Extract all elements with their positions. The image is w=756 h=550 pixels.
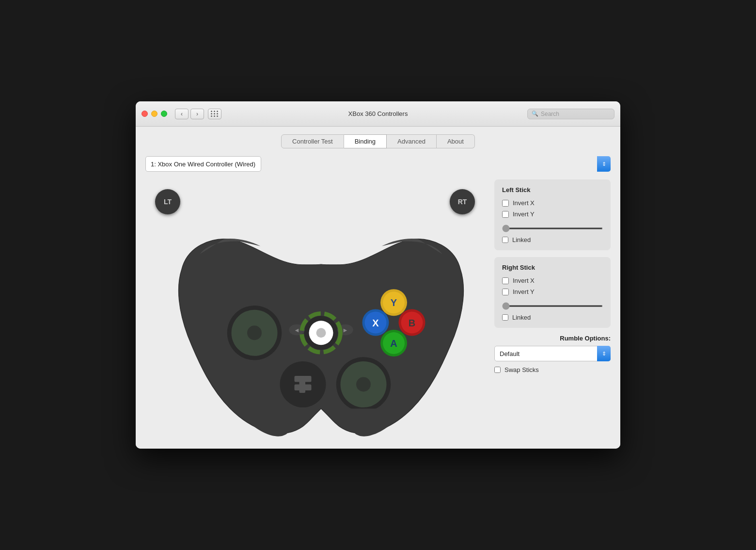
- left-stick-slider-row: [502, 223, 603, 231]
- svg-text:A: A: [390, 338, 397, 349]
- svg-text:X: X: [372, 318, 379, 328]
- tabs-row: Controller Test Binding Advanced About: [145, 134, 611, 148]
- rumble-section: Rumble Options: Default Low High Off ⇕ S…: [494, 335, 611, 373]
- lt-button[interactable]: LT: [155, 189, 180, 214]
- left-stick-section: Left Stick Invert X Invert Y Linked: [494, 179, 611, 250]
- content-area: Controller Test Binding Advanced About 1…: [136, 127, 620, 449]
- svg-text:◄: ◄: [294, 327, 299, 334]
- left-stick-title: Left Stick: [502, 186, 603, 194]
- right-stick-linked-row: Linked: [502, 314, 603, 321]
- controller-select-row: 1: Xbox One Wired Controller (Wired) ⇕: [145, 156, 611, 172]
- right-stick-linked-label: Linked: [512, 314, 531, 321]
- controller-select-wrapper: 1: Xbox One Wired Controller (Wired) ⇕: [145, 156, 611, 172]
- svg-text:Y: Y: [391, 297, 397, 308]
- rt-button[interactable]: RT: [450, 189, 475, 214]
- tab-about[interactable]: About: [437, 134, 475, 148]
- minimize-button[interactable]: [151, 111, 158, 117]
- window-title: XBox 360 Controllers: [348, 110, 408, 117]
- controller-visual: LT RT: [145, 179, 485, 439]
- rumble-select-wrapper: Default Low High Off ⇕: [494, 346, 611, 361]
- controller-select-arrow: ⇕: [597, 156, 611, 172]
- tab-controller-test[interactable]: Controller Test: [281, 134, 344, 148]
- svg-text:B: B: [409, 318, 415, 328]
- left-stick-invert-x-row: Invert X: [502, 199, 603, 207]
- rumble-label: Rumble Options:: [494, 335, 611, 342]
- main-area: LT RT: [145, 179, 611, 439]
- rt-label: RT: [458, 198, 467, 206]
- left-stick-slider[interactable]: [502, 227, 603, 229]
- search-icon: 🔍: [532, 111, 538, 117]
- controller-svg: ◄ ► Y X: [145, 184, 485, 439]
- svg-point-5: [356, 377, 371, 392]
- back-icon: ‹: [181, 111, 183, 117]
- right-stick-invert-x-row: Invert X: [502, 277, 603, 284]
- titlebar: ‹ › XBox 360 Controllers 🔍: [136, 101, 620, 127]
- back-button[interactable]: ‹: [175, 109, 189, 119]
- right-stick-slider[interactable]: [502, 305, 603, 307]
- right-stick-invert-y-label: Invert Y: [513, 288, 535, 295]
- nav-buttons: ‹ ›: [175, 109, 221, 119]
- right-stick-invert-y-row: Invert Y: [502, 288, 603, 295]
- right-stick-linked-checkbox[interactable]: [502, 314, 508, 321]
- svg-point-12: [316, 328, 326, 338]
- forward-button[interactable]: ›: [190, 109, 204, 119]
- grid-icon: [211, 111, 219, 117]
- svg-text:►: ►: [342, 327, 348, 334]
- controller-select[interactable]: 1: Xbox One Wired Controller (Wired): [145, 156, 261, 172]
- maximize-button[interactable]: [161, 111, 167, 117]
- right-stick-slider-row: [502, 300, 603, 309]
- tab-advanced[interactable]: Advanced: [387, 134, 437, 148]
- lt-label: LT: [164, 198, 172, 206]
- left-stick-linked-label: Linked: [512, 236, 531, 243]
- swap-sticks-row: Swap Sticks: [494, 366, 611, 373]
- left-stick-invert-x-checkbox[interactable]: [502, 200, 509, 207]
- right-stick-invert-x-checkbox[interactable]: [502, 277, 509, 284]
- swap-sticks-checkbox[interactable]: [494, 367, 501, 373]
- traffic-lights: [142, 111, 167, 117]
- tab-binding[interactable]: Binding: [344, 134, 387, 148]
- left-stick-invert-x-label: Invert X: [513, 199, 535, 207]
- left-stick-invert-y-row: Invert Y: [502, 210, 603, 218]
- search-bar[interactable]: 🔍: [527, 109, 614, 119]
- left-stick-invert-y-checkbox[interactable]: [502, 211, 509, 218]
- close-button[interactable]: [142, 111, 148, 117]
- right-stick-title: Right Stick: [502, 264, 603, 271]
- search-input[interactable]: [541, 111, 610, 117]
- swap-sticks-label: Swap Sticks: [504, 366, 539, 373]
- svg-rect-9: [299, 376, 306, 393]
- right-stick-section: Right Stick Invert X Invert Y Linke: [494, 257, 611, 328]
- forward-icon: ›: [196, 111, 198, 117]
- svg-point-2: [247, 325, 262, 340]
- left-stick-linked-row: Linked: [502, 236, 603, 243]
- left-stick-invert-y-label: Invert Y: [513, 210, 535, 218]
- main-window: ‹ › XBox 360 Controllers 🔍 Controller Te…: [136, 101, 620, 449]
- right-stick-invert-x-label: Invert X: [513, 277, 535, 284]
- rumble-select[interactable]: Default Low High Off: [494, 346, 611, 361]
- left-stick-linked-checkbox[interactable]: [502, 237, 508, 243]
- right-panel: Left Stick Invert X Invert Y Linked: [494, 179, 611, 439]
- grid-button[interactable]: [208, 109, 221, 119]
- right-stick-invert-y-checkbox[interactable]: [502, 289, 509, 295]
